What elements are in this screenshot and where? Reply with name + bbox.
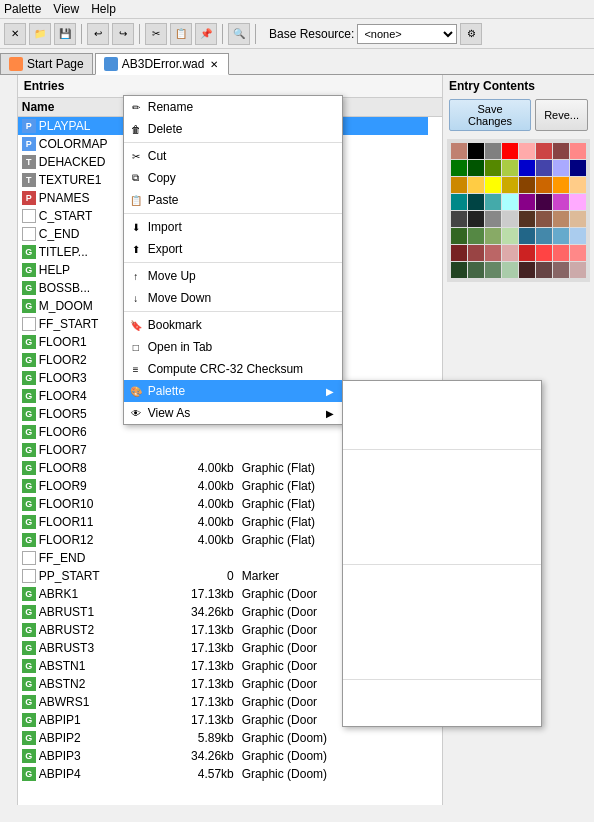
revert-button[interactable]: Reve... — [535, 99, 588, 131]
palette-color-cell[interactable] — [519, 211, 535, 227]
table-row[interactable]: G ABPIP2 5.89kb Graphic (Doom) — [18, 729, 428, 747]
palette-color-cell[interactable] — [502, 177, 518, 193]
ctx-open-in-tab[interactable]: □ Open in Tab — [124, 336, 342, 358]
ctx-cut[interactable]: ✂ Cut — [124, 145, 342, 167]
sub-tint[interactable]: ◇ Tint — [343, 474, 541, 496]
save-changes-button[interactable]: Save Changes — [449, 99, 531, 131]
palette-color-cell[interactable] — [451, 160, 467, 176]
menu-palette[interactable]: Palette — [4, 2, 41, 16]
palette-color-cell[interactable] — [502, 143, 518, 159]
ctx-paste[interactable]: 📋 Paste — [124, 189, 342, 211]
redo-button[interactable]: ↪ — [112, 23, 134, 45]
ctx-import[interactable]: ⬇ Import — [124, 216, 342, 238]
palette-color-cell[interactable] — [553, 160, 569, 176]
palette-color-cell[interactable] — [451, 211, 467, 227]
ctx-view-as[interactable]: 👁 View As ▶ — [124, 402, 342, 424]
palette-color-cell[interactable] — [468, 211, 484, 227]
ctx-rename[interactable]: ✏ Rename — [124, 96, 342, 118]
palette-color-cell[interactable] — [553, 262, 569, 278]
sub-duplicate[interactable]: ⧉ Duplicate — [343, 589, 541, 611]
palette-color-cell[interactable] — [468, 160, 484, 176]
ctx-crc[interactable]: ≡ Compute CRC-32 Checksum — [124, 358, 342, 380]
copy-toolbar-button[interactable]: 📋 — [170, 23, 192, 45]
palette-color-cell[interactable] — [536, 262, 552, 278]
palette-color-cell[interactable] — [570, 262, 586, 278]
palette-color-cell[interactable] — [519, 228, 535, 244]
sub-generate-palettes[interactable]: ◈ Generate Palettes — [343, 567, 541, 589]
palette-color-cell[interactable] — [502, 262, 518, 278]
sub-test-palette[interactable]: ▷ Test Palette — [343, 540, 541, 562]
palette-color-cell[interactable] — [553, 194, 569, 210]
palette-color-cell[interactable] — [553, 228, 569, 244]
palette-color-cell[interactable] — [468, 262, 484, 278]
palette-color-cell[interactable] — [485, 228, 501, 244]
ctx-bookmark[interactable]: 🔖 Bookmark — [124, 314, 342, 336]
palette-color-cell[interactable] — [519, 177, 535, 193]
palette-color-cell[interactable] — [553, 143, 569, 159]
palette-color-cell[interactable] — [485, 177, 501, 193]
palette-color-cell[interactable] — [553, 177, 569, 193]
palette-color-cell[interactable] — [570, 160, 586, 176]
ctx-copy[interactable]: ⧉ Copy — [124, 167, 342, 189]
palette-color-cell[interactable] — [451, 194, 467, 210]
palette-color-cell[interactable] — [485, 262, 501, 278]
tab-close-button[interactable]: ✕ — [208, 59, 220, 70]
palette-color-cell[interactable] — [519, 245, 535, 261]
palette-color-cell[interactable] — [536, 211, 552, 227]
sub-remove[interactable]: ✕ Remove — [343, 611, 541, 633]
open-button[interactable]: 📁 — [29, 23, 51, 45]
ctx-move-up[interactable]: ↑ Move Up — [124, 265, 342, 287]
palette-color-cell[interactable] — [468, 245, 484, 261]
ctx-delete[interactable]: 🗑 Delete — [124, 118, 342, 140]
palette-color-cell[interactable] — [502, 228, 518, 244]
ctx-move-down[interactable]: ↓ Move Down — [124, 287, 342, 309]
palette-color-cell[interactable] — [570, 228, 586, 244]
palette-color-cell[interactable] — [519, 262, 535, 278]
tab-ab3derror[interactable]: AB3DError.wad ✕ — [95, 53, 230, 75]
sub-import-from[interactable]: ⬇ Import From... — [343, 425, 541, 447]
palette-color-cell[interactable] — [451, 262, 467, 278]
palette-color-cell[interactable] — [536, 194, 552, 210]
sub-remove-others[interactable]: ✕ Remove Others — [343, 633, 541, 655]
palette-color-cell[interactable] — [570, 211, 586, 227]
palette-color-cell[interactable] — [502, 194, 518, 210]
settings-button[interactable]: ⚙ — [460, 23, 482, 45]
tab-start-page[interactable]: Start Page — [0, 53, 93, 74]
palette-color-cell[interactable] — [536, 245, 552, 261]
cut-toolbar-button[interactable]: ✂ — [145, 23, 167, 45]
sub-add-custom[interactable]: + Add to Custom Palettes — [343, 381, 541, 403]
palette-color-cell[interactable] — [451, 143, 467, 159]
ctx-palette[interactable]: 🎨 Palette ▶ + Add to Custom Palettes ⬆ E… — [124, 380, 342, 402]
sub-invert[interactable]: ◑ Invert — [343, 518, 541, 540]
menu-help[interactable]: Help — [91, 2, 116, 16]
palette-color-cell[interactable] — [536, 160, 552, 176]
palette-color-cell[interactable] — [502, 211, 518, 227]
palette-color-cell[interactable] — [502, 245, 518, 261]
palette-color-cell[interactable] — [553, 245, 569, 261]
palette-color-cell[interactable] — [570, 245, 586, 261]
palette-color-cell[interactable] — [570, 177, 586, 193]
ctx-export[interactable]: ⬆ Export — [124, 238, 342, 260]
save-toolbar-button[interactable]: 💾 — [54, 23, 76, 45]
base-resource-select[interactable]: <none> — [357, 24, 457, 44]
palette-color-cell[interactable] — [519, 194, 535, 210]
palette-color-cell[interactable] — [468, 143, 484, 159]
table-row[interactable]: G ABPIP4 4.57kb Graphic (Doom) — [18, 765, 428, 783]
sub-generate-colormaps[interactable]: ▤ Generate Colormaps — [343, 655, 541, 677]
palette-color-cell[interactable] — [502, 160, 518, 176]
palette-color-cell[interactable] — [485, 143, 501, 159]
palette-color-cell[interactable] — [553, 211, 569, 227]
sub-pull-ahead[interactable]: ⬆ Pull Ahead — [343, 682, 541, 704]
menu-view[interactable]: View — [53, 2, 79, 16]
palette-color-cell[interactable] — [570, 143, 586, 159]
sub-tweak[interactable]: ⚙ Tweak — [343, 496, 541, 518]
palette-color-cell[interactable] — [468, 194, 484, 210]
new-button[interactable]: ✕ — [4, 23, 26, 45]
paste-toolbar-button[interactable]: 📌 — [195, 23, 217, 45]
palette-color-cell[interactable] — [451, 228, 467, 244]
sub-export-as[interactable]: ⬆ Export As... — [343, 403, 541, 425]
palette-color-cell[interactable] — [468, 228, 484, 244]
palette-color-cell[interactable] — [536, 143, 552, 159]
palette-color-cell[interactable] — [451, 245, 467, 261]
palette-color-cell[interactable] — [485, 194, 501, 210]
